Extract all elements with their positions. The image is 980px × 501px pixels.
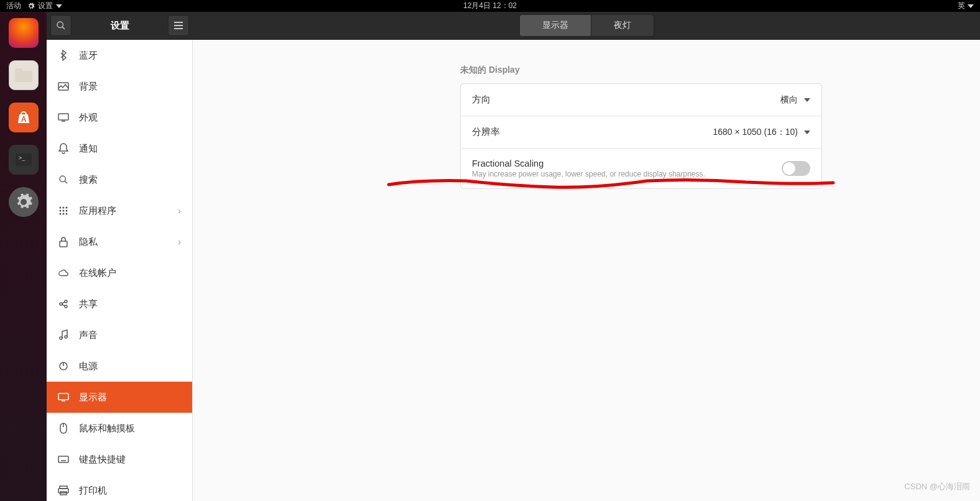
chevron-down-icon <box>56 4 62 8</box>
sidebar-item-label: 显示器 <box>79 392 107 403</box>
svg-point-16 <box>63 207 65 209</box>
tab-night-light[interactable]: 夜灯 <box>591 14 654 37</box>
sidebar-item-appearance[interactable]: 外观 <box>47 102 192 133</box>
fractional-scaling-toggle[interactable] <box>782 161 810 176</box>
share-icon <box>58 298 69 310</box>
menu-button[interactable] <box>168 15 189 36</box>
ime-indicator: 英 <box>958 1 965 11</box>
svg-rect-1 <box>15 68 22 73</box>
sidebar-item-sound[interactable]: 声音 <box>47 319 192 351</box>
resolution-value: 1680 × 1050 (16：10) <box>713 127 798 138</box>
app-menu-label: 设置 <box>38 1 53 11</box>
dock-firefox[interactable] <box>9 18 39 48</box>
bell-icon <box>58 143 69 154</box>
watermark: CSDN @心海泪雨 <box>904 481 970 492</box>
sidebar-item-notifications[interactable]: 通知 <box>47 133 192 164</box>
svg-text:>_: >_ <box>19 155 25 161</box>
folder-icon <box>15 68 32 82</box>
svg-point-26 <box>65 300 67 303</box>
svg-point-23 <box>66 213 68 215</box>
sidebar-item-label: 在线帐户 <box>79 267 116 279</box>
sidebar-item-privacy[interactable]: 隐私› <box>47 226 192 257</box>
dock-terminal[interactable]: >_ <box>9 145 39 175</box>
sidebar-item-printers[interactable]: 打印机 <box>47 475 192 501</box>
chevron-down-icon <box>804 131 810 134</box>
settings-window: 设置 显示器 夜灯 蓝牙 背景 外观 通知 搜索 应用程序› 隐私› 在线帐户 … <box>47 12 980 501</box>
sidebar-item-label: 通知 <box>79 143 98 155</box>
chevron-down-icon <box>968 4 974 8</box>
dock-settings[interactable] <box>9 187 39 217</box>
sidebar-item-search[interactable]: 搜索 <box>47 164 192 195</box>
svg-line-6 <box>62 27 65 29</box>
orientation-row[interactable]: 方向 横向 <box>461 84 821 116</box>
svg-point-15 <box>60 207 62 209</box>
status-area[interactable]: 英 <box>958 1 974 11</box>
resolution-row[interactable]: 分辨率 1680 × 1050 (16：10) <box>461 116 821 149</box>
sidebar-item-label: 共享 <box>79 298 98 310</box>
bluetooth-icon <box>58 50 69 61</box>
sidebar-item-label: 蓝牙 <box>79 50 98 62</box>
mouse-icon <box>58 423 69 434</box>
svg-point-20 <box>66 210 68 212</box>
svg-point-5 <box>57 22 63 27</box>
sidebar-item-sharing[interactable]: 共享 <box>47 288 192 319</box>
svg-point-21 <box>60 213 62 215</box>
dock-software-center[interactable]: A <box>9 103 39 132</box>
grid-icon <box>58 205 69 216</box>
svg-text:A: A <box>21 115 26 124</box>
appearance-icon <box>58 112 69 123</box>
gear-icon <box>14 193 33 211</box>
svg-line-28 <box>62 302 65 303</box>
cloud-icon <box>58 267 69 278</box>
sidebar-item-label: 打印机 <box>79 485 107 497</box>
sidebar-item-label: 隐私 <box>79 236 98 248</box>
search-icon <box>56 21 66 30</box>
chevron-right-icon: › <box>178 237 181 247</box>
sidebar-item-label: 鼠标和触摸板 <box>79 423 135 434</box>
sidebar-item-label: 外观 <box>79 112 98 124</box>
sidebar-item-mouse[interactable]: 鼠标和触摸板 <box>47 413 192 444</box>
window-title: 设置 <box>111 20 129 32</box>
fractional-scaling-row: Fractional Scaling May increase power us… <box>461 149 821 188</box>
lock-icon <box>58 236 69 247</box>
sidebar-item-online-accounts[interactable]: 在线帐户 <box>47 257 192 288</box>
content-area: 未知的 Display 方向 横向 分辨率 1680 × 1050 (16：10… <box>193 40 980 501</box>
tab-switcher: 显示器 夜灯 <box>519 14 654 37</box>
sidebar-item-power[interactable]: 电源 <box>47 351 192 382</box>
fractional-scaling-desc: May increase power usage, lower speed, o… <box>472 170 705 178</box>
sidebar-item-label: 背景 <box>79 81 98 93</box>
svg-point-27 <box>65 305 67 308</box>
svg-point-25 <box>60 303 62 305</box>
music-icon <box>58 329 69 341</box>
sidebar-item-displays[interactable]: 显示器 <box>47 382 192 413</box>
svg-point-13 <box>60 176 65 182</box>
sidebar-item-label: 键盘快捷键 <box>79 454 126 466</box>
tab-display[interactable]: 显示器 <box>519 14 591 37</box>
sidebar-item-bluetooth[interactable]: 蓝牙 <box>47 40 192 71</box>
bag-icon: A <box>16 109 32 126</box>
svg-rect-11 <box>58 114 68 120</box>
svg-rect-24 <box>60 241 67 247</box>
display-icon <box>58 392 69 403</box>
sidebar-item-background[interactable]: 背景 <box>47 71 192 102</box>
gnome-topbar: 活动 设置 12月4日 12：02 英 <box>0 0 980 12</box>
sidebar-item-keyboard[interactable]: 键盘快捷键 <box>47 444 192 475</box>
orientation-label: 方向 <box>472 94 491 106</box>
svg-point-31 <box>65 336 67 338</box>
settings-sidebar: 蓝牙 背景 外观 通知 搜索 应用程序› 隐私› 在线帐户 共享 声音 电源 显… <box>47 40 193 501</box>
display-panel: 方向 横向 分辨率 1680 × 1050 (16：10) Fractio <box>460 83 822 189</box>
fractional-scaling-title: Fractional Scaling <box>472 159 705 168</box>
sidebar-item-label: 搜索 <box>79 174 98 186</box>
headerbar: 设置 显示器 夜灯 <box>47 12 980 40</box>
clock[interactable]: 12月4日 12：02 <box>463 1 517 11</box>
section-title: 未知的 Display <box>460 65 943 76</box>
search-button[interactable] <box>50 15 72 36</box>
activities-button[interactable]: 活动 <box>6 1 21 11</box>
sidebar-item-applications[interactable]: 应用程序› <box>47 195 192 226</box>
chevron-right-icon: › <box>178 206 181 216</box>
app-menu[interactable]: 设置 <box>27 1 62 11</box>
search-icon <box>58 174 69 185</box>
chevron-down-icon <box>804 98 810 102</box>
dock-files[interactable] <box>9 60 39 90</box>
svg-point-22 <box>63 213 65 215</box>
